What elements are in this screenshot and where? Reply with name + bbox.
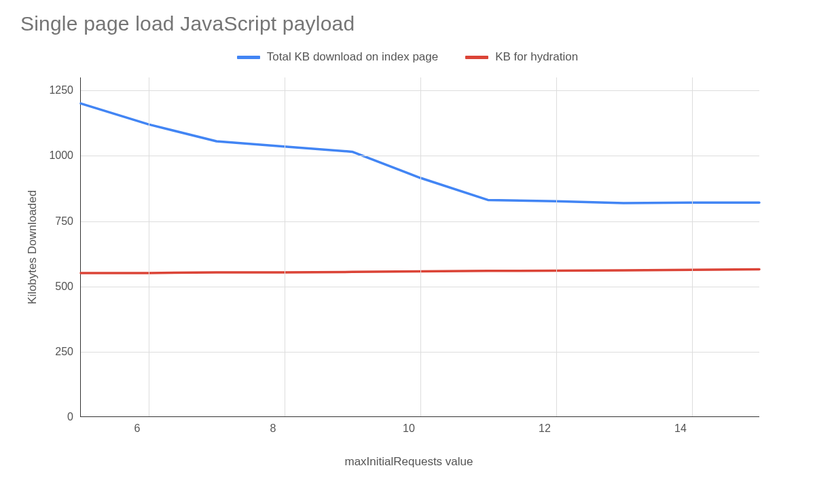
legend-label: Total KB download on index page	[267, 50, 438, 64]
plot	[80, 77, 759, 417]
legend-label: KB for hydration	[495, 50, 578, 64]
x-tick-label: 14	[674, 422, 687, 435]
x-tick-label: 10	[403, 422, 415, 435]
legend-item-hydration: KB for hydration	[465, 50, 578, 64]
x-tick-label: 6	[134, 422, 141, 435]
y-axis-label: Kilobytes Downloaded	[20, 77, 39, 417]
y-axis: 025050075010001250	[39, 77, 80, 417]
gridline-v	[692, 77, 693, 416]
y-tick-label: 500	[55, 281, 73, 293]
x-axis-label: maxInitialRequests value	[69, 455, 748, 469]
y-tick-label: 750	[55, 215, 73, 228]
legend-swatch-red-icon	[465, 56, 488, 59]
x-tick-label: 8	[270, 422, 276, 435]
x-axis: 68101214	[69, 417, 748, 439]
gridline-v	[149, 77, 149, 416]
gridline-v	[285, 77, 285, 416]
plot-area: Kilobytes Downloaded 025050075010001250	[20, 77, 795, 417]
y-tick-label: 250	[55, 346, 73, 358]
x-tick-label: 12	[539, 422, 551, 435]
gridline-v	[556, 77, 557, 416]
y-tick-label: 1250	[49, 84, 73, 96]
y-tick-label: 1000	[49, 149, 73, 162]
chart: Single page load JavaScript payload Tota…	[20, 12, 795, 469]
legend: Total KB download on index page KB for h…	[20, 50, 795, 64]
legend-swatch-blue-icon	[237, 56, 260, 59]
legend-item-total: Total KB download on index page	[237, 50, 438, 64]
gridline-v	[420, 77, 421, 416]
chart-title: Single page load JavaScript payload	[20, 12, 795, 35]
